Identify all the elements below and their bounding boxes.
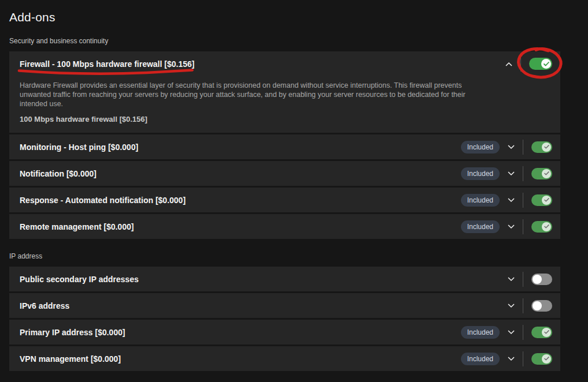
row-controls: Included bbox=[461, 325, 552, 340]
chevron-down-icon[interactable] bbox=[507, 223, 515, 231]
addon-title: IPv6 address bbox=[20, 301, 69, 310]
chevron-down-icon[interactable] bbox=[507, 170, 515, 178]
addon-tile-primary-ip: Primary IP address [$0.000] Included bbox=[9, 320, 560, 344]
firewall-details: Hardware Firewall provides an essential … bbox=[9, 76, 560, 133]
addon-title: Monitoring - Host ping [$0.000] bbox=[20, 143, 138, 152]
divider bbox=[520, 57, 521, 72]
row-controls bbox=[507, 298, 552, 313]
chevron-down-icon[interactable] bbox=[507, 302, 515, 310]
row-controls: Included bbox=[461, 140, 552, 155]
addon-title: Primary IP address [$0.000] bbox=[20, 328, 125, 337]
chevron-up-icon[interactable] bbox=[505, 60, 513, 68]
section-security: Security and business continuity Firewal… bbox=[9, 37, 579, 239]
addon-tile-response: Response - Automated notification [$0.00… bbox=[9, 188, 560, 212]
chevron-down-icon[interactable] bbox=[507, 196, 515, 204]
firewall-description: Hardware Firewall provides an essential … bbox=[20, 81, 483, 108]
addon-row-remote-management[interactable]: Remote management [$0.000] Included bbox=[9, 214, 560, 239]
addon-tile-public-secondary-ip: Public secondary IP addresses bbox=[9, 267, 560, 291]
checkmark-icon bbox=[542, 354, 551, 364]
page-title: Add-ons bbox=[9, 10, 579, 24]
included-badge: Included bbox=[461, 167, 500, 180]
addon-title: Remote management [$0.000] bbox=[20, 222, 134, 231]
divider bbox=[523, 219, 523, 234]
checkmark-icon bbox=[542, 328, 551, 337]
checkmark-icon bbox=[542, 169, 551, 178]
addon-row-response[interactable]: Response - Automated notification [$0.00… bbox=[9, 188, 560, 212]
public-secondary-ip-toggle[interactable] bbox=[531, 274, 552, 285]
checkmark-icon bbox=[541, 59, 551, 69]
included-badge: Included bbox=[461, 220, 500, 233]
addon-row-monitoring[interactable]: Monitoring - Host ping [$0.000] Included bbox=[9, 134, 560, 159]
chevron-down-icon[interactable] bbox=[507, 328, 515, 336]
divider bbox=[523, 140, 523, 155]
addon-tile-firewall: Firewall - 100 Mbps hardware firewall [$… bbox=[9, 51, 560, 133]
section-ip-address: IP address Public secondary IP addresses bbox=[9, 252, 579, 371]
row-controls: Included bbox=[461, 351, 552, 366]
addon-tile-vpn-management: VPN management [$0.000] Included bbox=[9, 346, 560, 371]
addon-title: Response - Automated notification [$0.00… bbox=[20, 196, 185, 205]
remote-management-toggle[interactable] bbox=[531, 221, 552, 233]
notification-toggle[interactable] bbox=[531, 168, 552, 179]
firewall-selected-option: 100 Mbps hardware firewall [$0.156] bbox=[20, 115, 550, 123]
divider bbox=[523, 298, 523, 313]
included-badge: Included bbox=[461, 194, 500, 207]
addon-row-notification[interactable]: Notification [$0.000] Included bbox=[9, 161, 560, 186]
row-controls: Included bbox=[461, 219, 552, 234]
firewall-toggle[interactable] bbox=[529, 58, 552, 70]
divider bbox=[523, 193, 523, 208]
response-toggle[interactable] bbox=[531, 194, 552, 206]
addon-tile-notification: Notification [$0.000] Included bbox=[9, 161, 560, 186]
row-controls bbox=[505, 57, 552, 72]
ipv6-toggle[interactable] bbox=[531, 300, 552, 312]
addon-tile-ipv6: IPv6 address bbox=[9, 293, 560, 318]
addon-row-ipv6[interactable]: IPv6 address bbox=[9, 293, 560, 318]
addon-title: Public secondary IP addresses bbox=[20, 275, 139, 284]
addon-title: Notification [$0.000] bbox=[20, 169, 96, 178]
addon-tile-monitoring: Monitoring - Host ping [$0.000] Included bbox=[9, 134, 560, 159]
section-label: IP address bbox=[9, 252, 579, 260]
addon-tile-remote-management: Remote management [$0.000] Included bbox=[9, 214, 560, 239]
checkmark-icon bbox=[542, 143, 551, 152]
monitoring-toggle[interactable] bbox=[531, 141, 552, 153]
included-badge: Included bbox=[461, 141, 500, 153]
chevron-down-icon[interactable] bbox=[507, 355, 515, 363]
divider bbox=[523, 351, 523, 366]
vpn-management-toggle[interactable] bbox=[531, 353, 552, 365]
addon-row-primary-ip[interactable]: Primary IP address [$0.000] Included bbox=[9, 320, 560, 344]
chevron-down-icon[interactable] bbox=[507, 143, 515, 151]
addon-title: VPN management [$0.000] bbox=[20, 354, 121, 364]
included-badge: Included bbox=[461, 353, 500, 365]
row-controls: Included bbox=[461, 193, 552, 208]
addon-title: Firewall - 100 Mbps hardware firewall [$… bbox=[20, 59, 195, 69]
addons-page: Add-ons Security and business continuity… bbox=[0, 0, 588, 371]
checkmark-icon bbox=[542, 196, 551, 205]
divider bbox=[523, 272, 523, 287]
primary-ip-toggle[interactable] bbox=[531, 327, 552, 338]
included-badge: Included bbox=[461, 326, 500, 339]
divider bbox=[523, 325, 523, 340]
addon-row-public-secondary-ip[interactable]: Public secondary IP addresses bbox=[9, 267, 560, 291]
row-controls: Included bbox=[461, 166, 552, 181]
checkmark-icon bbox=[542, 222, 551, 231]
addon-row-firewall[interactable]: Firewall - 100 Mbps hardware firewall [$… bbox=[9, 51, 560, 76]
divider bbox=[523, 166, 523, 181]
addon-row-vpn-management[interactable]: VPN management [$0.000] Included bbox=[9, 346, 560, 371]
row-controls bbox=[507, 272, 552, 287]
section-label: Security and business continuity bbox=[9, 37, 579, 45]
chevron-down-icon[interactable] bbox=[507, 275, 515, 283]
